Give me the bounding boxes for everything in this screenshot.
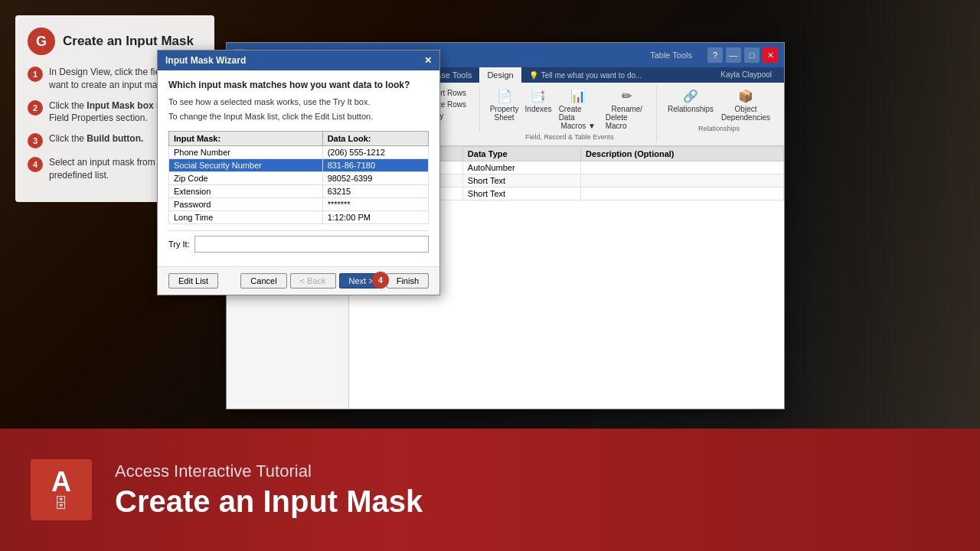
user-name: Kayla Claypool	[714, 67, 778, 83]
col-data-look: Data Look:	[322, 131, 428, 145]
banner-subtitle: Access Interactive Tutorial	[115, 461, 949, 481]
rename-delete-macro-button[interactable]: ✏ Rename/ Delete Macro	[603, 87, 652, 132]
ribbon-group-relationships: 🔗 Relationships 📦 Object Dependencies Re…	[660, 86, 778, 134]
try-it-label: Try It:	[168, 240, 190, 249]
col-description: Description (Optional)	[581, 147, 784, 161]
close-button[interactable]: ✕	[763, 47, 778, 63]
wizard-close-icon[interactable]: ✕	[424, 55, 432, 66]
mask-table: Input Mask: Data Look: Phone Number (206…	[168, 131, 429, 224]
window-controls: ? — □ ✕	[707, 47, 778, 63]
data-type-3: Short Text	[462, 187, 580, 201]
create-data-macros-button[interactable]: 📊 Create Data Macros ▼	[556, 87, 601, 132]
wizard-title-text: Input Mask Wizard	[165, 55, 246, 66]
step-4-number: 4	[28, 157, 43, 172]
relationships-label: Relationships	[698, 125, 740, 132]
step-2-number: 2	[28, 100, 43, 116]
access-logo: A 🗄	[31, 459, 92, 520]
ribbon-group-showhide: 📄 Property Sheet 📑 Indexes 📊 Create Data…	[483, 86, 657, 142]
mask-look-1: (206) 555-1212	[322, 145, 428, 158]
property-sheet-button[interactable]: 📄 Property Sheet	[488, 87, 521, 132]
maximize-button[interactable]: □	[744, 47, 760, 63]
mask-look-4: 63215	[322, 184, 428, 197]
data-type-1: AutoNumber	[462, 161, 580, 174]
col-input-mask: Input Mask:	[169, 131, 323, 145]
mask-row-ssn[interactable]: Social Security Number 831-86-7180	[169, 158, 429, 171]
step-3-text: Click the Build button.	[49, 132, 143, 145]
indexes-button[interactable]: 📑 Indexes	[522, 87, 554, 132]
object-dependencies-button[interactable]: 📦 Object Dependencies	[718, 87, 773, 123]
table-tools-label: Table Tools	[650, 51, 692, 60]
mask-row-phone[interactable]: Phone Number (206) 555-1212	[169, 145, 429, 158]
relationships-icon: 🔗	[683, 89, 698, 103]
step-1-number: 1	[28, 67, 43, 82]
showhide-label: Field, Record & Table Events	[525, 133, 614, 141]
step4-indicator: 4	[372, 272, 389, 289]
tab-design[interactable]: Design	[479, 67, 521, 83]
mask-name-1: Phone Number	[169, 145, 323, 158]
try-it-input[interactable]	[194, 236, 429, 253]
panel-logo: G	[28, 28, 55, 55]
mask-look-5: *******	[322, 197, 428, 210]
back-button[interactable]: < Back	[290, 273, 336, 289]
rename-icon: ✏	[622, 89, 632, 103]
wizard-footer: Edit List Cancel < Back Next > Finish	[158, 266, 439, 295]
bottom-banner: A 🗄 Access Interactive Tutorial Create a…	[0, 429, 980, 551]
property-sheet-icon: 📄	[497, 89, 512, 103]
mask-row-extension[interactable]: Extension 63215	[169, 184, 429, 197]
data-type-2: Short Text	[462, 174, 580, 187]
mask-row-longtime[interactable]: Long Time 1:12:00 PM	[169, 210, 429, 223]
mask-look-6: 1:12:00 PM	[322, 210, 428, 223]
wizard-body: Which input mask matches how you want da…	[158, 70, 439, 266]
wizard-nav-buttons: Cancel < Back Next > Finish	[240, 273, 429, 289]
edit-list-button[interactable]: Edit List	[168, 273, 218, 289]
step-3-number: 3	[28, 133, 43, 148]
cancel-button[interactable]: Cancel	[240, 273, 286, 289]
tell-me[interactable]: Tell me what you want to do...	[541, 71, 642, 80]
mask-look-3: 98052-6399	[322, 171, 428, 184]
panel-title: Create an Input Mask	[63, 34, 194, 49]
minimize-button[interactable]: —	[726, 47, 741, 63]
mask-name-2: Social Security Number	[169, 158, 323, 171]
banner-text: Access Interactive Tutorial Create an In…	[115, 461, 949, 518]
mask-row-zip[interactable]: Zip Code 98052-6399	[169, 171, 429, 184]
mask-row-password[interactable]: Password *******	[169, 197, 429, 210]
wizard-title-bar: Input Mask Wizard ✕	[158, 51, 439, 70]
mask-name-6: Long Time	[169, 210, 323, 223]
banner-title: Create an Input Mask	[115, 484, 949, 518]
col-data-type: Data Type	[462, 147, 580, 161]
wizard-dialog: Input Mask Wizard ✕ Which input mask mat…	[157, 50, 440, 295]
mask-name-4: Extension	[169, 184, 323, 197]
mask-name-3: Zip Code	[169, 171, 323, 184]
macros-icon: 📊	[570, 89, 586, 103]
mask-name-5: Password	[169, 197, 323, 210]
mask-look-2: 831-86-7180	[322, 158, 428, 171]
wizard-desc-1: To see how a selected mask works, use th…	[168, 96, 429, 108]
indexes-icon: 📑	[531, 89, 546, 103]
access-logo-db: 🗄	[54, 496, 68, 512]
relationships-button[interactable]: 🔗 Relationships	[665, 87, 717, 123]
logo-letter: G	[36, 34, 47, 50]
try-it-section: Try It:	[168, 230, 429, 257]
wizard-desc-2: To change the Input Mask list, click the…	[168, 111, 429, 122]
finish-button[interactable]: Finish	[387, 273, 429, 289]
help-button[interactable]: ?	[707, 47, 723, 63]
object-dependencies-icon: 📦	[738, 89, 753, 103]
wizard-question: Which input mask matches how you want da…	[168, 80, 429, 90]
access-logo-letter: A	[51, 468, 71, 496]
